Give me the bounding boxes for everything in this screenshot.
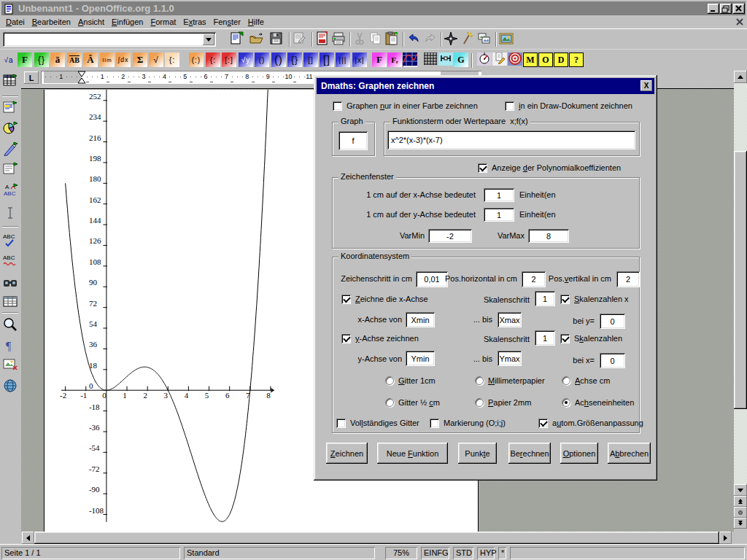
bei-x-field[interactable]: 0 xyxy=(600,353,625,368)
title-bar[interactable]: Unbenannt1 - OpenOffice.org 1.1.0 xyxy=(1,1,746,15)
tab-type-selector[interactable]: L xyxy=(24,71,39,84)
menu-format[interactable]: Format xyxy=(147,16,179,28)
scale-step-y-field[interactable]: 1 xyxy=(535,330,555,346)
scale-numbers-y-checkbox[interactable] xyxy=(560,334,570,343)
edit-file-button[interactable] xyxy=(292,31,308,47)
angle-a-button[interactable]: Â xyxy=(83,52,98,67)
minimize-button[interactable] xyxy=(708,4,719,14)
status-style[interactable]: Standard xyxy=(184,547,375,559)
status-empty[interactable] xyxy=(510,547,745,559)
grid-button[interactable] xyxy=(423,52,438,67)
function-f-button[interactable]: F xyxy=(18,52,32,67)
print-button[interactable] xyxy=(330,31,347,47)
url-dropdown-button[interactable] xyxy=(203,34,214,45)
function-r-button[interactable]: Fᵣ xyxy=(387,52,402,67)
graph-name-field[interactable]: f xyxy=(338,131,368,150)
term-field[interactable]: x^2*(x-3)*(x-7) xyxy=(387,131,635,149)
close-button[interactable] xyxy=(733,4,745,14)
system-red-button[interactable]: {: xyxy=(206,52,220,67)
grid-half-cm-radio[interactable] xyxy=(385,398,394,407)
varmin-field[interactable]: -2 xyxy=(428,229,472,243)
step-field[interactable]: 0,01 xyxy=(416,271,448,287)
scroll-left-button[interactable] xyxy=(22,532,34,544)
next-page-button[interactable] xyxy=(734,518,747,529)
dmaths-d-button[interactable]: D xyxy=(554,52,568,67)
save-button[interactable] xyxy=(268,31,285,47)
navigator-button[interactable] xyxy=(443,31,459,47)
vscroll-thumb[interactable] xyxy=(734,151,747,409)
system-brace-button[interactable]: {: xyxy=(165,52,179,67)
draw-x-axis-checkbox[interactable] xyxy=(341,295,351,304)
insert-object-button[interactable] xyxy=(1,120,19,138)
draw-y-axis-checkbox[interactable] xyxy=(341,334,351,343)
target-button[interactable] xyxy=(508,52,522,67)
autotext-button[interactable]: AABC xyxy=(1,182,19,200)
status-zoom[interactable]: 75% xyxy=(385,547,417,559)
grid-1cm-radio[interactable] xyxy=(385,376,394,385)
bei-y-field[interactable]: 0 xyxy=(600,314,625,329)
cut-button[interactable] xyxy=(352,31,368,47)
interval-button[interactable] xyxy=(438,52,453,67)
binom-paren-button[interactable]: (:) xyxy=(189,52,204,67)
axis-cm-radio[interactable] xyxy=(562,376,570,385)
geometry-g-button[interactable]: G xyxy=(454,52,468,67)
insert-button[interactable] xyxy=(1,100,19,117)
y-units-field[interactable]: 1 xyxy=(484,208,514,222)
status-insert-mode[interactable]: EINFG xyxy=(421,547,449,559)
edit-formula-button[interactable] xyxy=(492,52,507,67)
redo-button[interactable] xyxy=(422,31,438,47)
menu-extras[interactable]: Extras xyxy=(179,16,209,28)
close-document-icon[interactable] xyxy=(735,18,744,26)
menu-ansicht[interactable]: Ansicht xyxy=(74,16,108,28)
scale-step-x-field[interactable]: 1 xyxy=(535,291,555,306)
axis-units-radio[interactable] xyxy=(562,398,570,407)
paste-button[interactable] xyxy=(384,31,400,47)
menu-fenster[interactable]: Fenster xyxy=(210,16,244,28)
full-grid-checkbox[interactable] xyxy=(336,419,346,428)
indent-marker-icon[interactable] xyxy=(77,71,86,84)
paren-small-button[interactable]: () xyxy=(255,52,269,67)
one-color-checkbox[interactable] xyxy=(333,101,342,111)
draw-document-checkbox[interactable] xyxy=(505,101,514,111)
millimeter-paper-radio[interactable] xyxy=(475,376,484,385)
matrix-red-button[interactable]: [:] xyxy=(222,52,236,67)
berechnen-button[interactable]: Berechnen xyxy=(508,443,551,464)
scroll-right-button[interactable] xyxy=(719,532,732,544)
form-functions-button[interactable] xyxy=(1,161,19,179)
y-from-field[interactable]: Ymin xyxy=(406,351,435,366)
menu-bearbeiten[interactable]: Bearbeiten xyxy=(28,16,74,28)
stylist-button[interactable] xyxy=(460,31,476,47)
integral-button[interactable]: ∫dx xyxy=(116,52,131,67)
dmaths-o-button[interactable]: O xyxy=(538,52,553,67)
compass-button[interactable] xyxy=(477,52,492,67)
x-to-field[interactable]: Xmax xyxy=(498,312,522,327)
scroll-down-button[interactable] xyxy=(734,484,747,496)
segment-ab-button[interactable]: AB xyxy=(67,52,82,67)
navigation-button[interactable] xyxy=(734,507,747,518)
bracket-small-button[interactable]: [] xyxy=(303,52,318,67)
paper-2mm-radio[interactable] xyxy=(475,398,484,407)
paren-large-button[interactable]: () xyxy=(271,52,286,67)
gallery-button[interactable] xyxy=(476,31,492,47)
x-from-field[interactable]: Xmin xyxy=(406,312,435,327)
sum-button[interactable]: Σ xyxy=(133,52,147,67)
scale-numbers-x-checkbox[interactable] xyxy=(560,295,570,304)
limit-button[interactable]: lim xyxy=(100,52,115,67)
menu-hilfe[interactable]: Hilfe xyxy=(244,16,268,28)
previous-page-button[interactable] xyxy=(734,496,747,507)
polynomial-coefficients-checkbox[interactable] xyxy=(478,163,487,173)
neue-funktion-button[interactable]: Neue Funktion xyxy=(377,443,448,464)
menu-einfgen[interactable]: Einfügen xyxy=(108,16,147,28)
spellcheck-button[interactable]: ABC xyxy=(1,231,19,249)
find-replace-button[interactable] xyxy=(1,275,19,292)
status-selection-mode[interactable]: STD xyxy=(453,547,473,559)
optionen-button[interactable]: Optionen xyxy=(560,443,598,464)
y-to-field[interactable]: Ymax xyxy=(498,351,522,366)
url-combobox[interactable] xyxy=(3,32,216,47)
varmax-field[interactable]: 8 xyxy=(528,229,569,243)
zeichnen-button[interactable]: Zeichnen xyxy=(326,443,368,464)
zoom-button[interactable] xyxy=(1,316,19,334)
root-button[interactable]: √ xyxy=(149,52,163,67)
direct-cursor-button[interactable] xyxy=(1,205,19,222)
sqrt-a-button[interactable]: √a xyxy=(1,52,16,67)
